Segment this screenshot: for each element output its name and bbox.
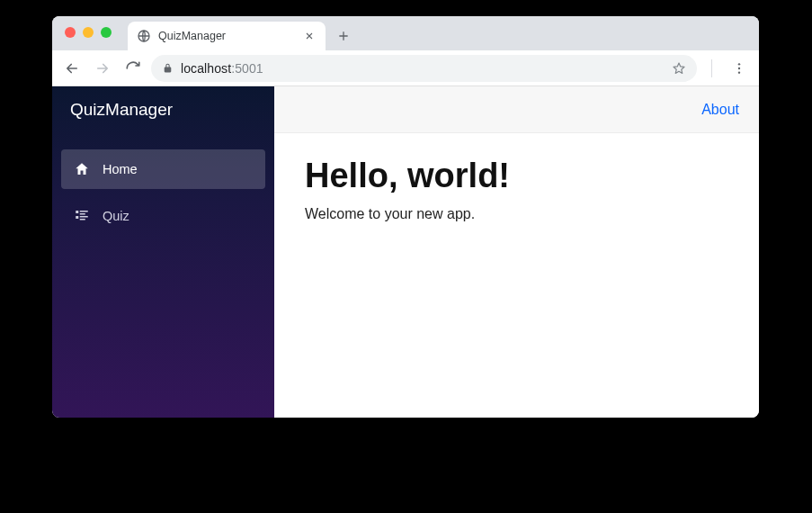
nav-back-button[interactable] xyxy=(59,56,85,81)
tab-title: QuizManager xyxy=(158,30,295,42)
about-link[interactable]: About xyxy=(701,102,739,118)
url-host: localhost xyxy=(181,61,231,76)
tabs-area: QuizManager xyxy=(128,16,356,50)
page-heading: Hello, world! xyxy=(305,157,728,195)
window-zoom-button[interactable] xyxy=(101,27,112,38)
url-port: :5001 xyxy=(231,61,263,76)
window-controls xyxy=(65,27,112,38)
content: Hello, world! Welcome to your new app. xyxy=(274,133,759,418)
titlebar: QuizManager xyxy=(52,16,759,50)
tab-close-button[interactable] xyxy=(302,29,317,43)
sidebar-item-quiz[interactable]: Quiz xyxy=(61,196,265,236)
address-bar[interactable]: localhost:5001 xyxy=(151,55,697,82)
svg-rect-9 xyxy=(80,219,85,220)
nav-reload-button[interactable] xyxy=(120,56,146,81)
sidebar-nav: Home Quiz xyxy=(52,133,274,236)
window-minimize-button[interactable] xyxy=(83,27,94,38)
home-icon xyxy=(74,161,90,177)
url-text: localhost:5001 xyxy=(181,61,665,76)
window-close-button[interactable] xyxy=(65,27,76,38)
lock-icon xyxy=(162,62,174,74)
browser-toolbar: localhost:5001 xyxy=(52,50,759,86)
svg-rect-7 xyxy=(76,216,78,219)
svg-point-3 xyxy=(738,71,740,73)
svg-rect-6 xyxy=(80,213,85,215)
svg-point-1 xyxy=(738,63,740,65)
svg-rect-4 xyxy=(76,211,78,213)
sidebar-item-label: Quiz xyxy=(103,209,129,223)
main-area: About Hello, world! Welcome to your new … xyxy=(274,86,759,418)
page-subtext: Welcome to your new app. xyxy=(305,206,728,222)
globe-icon xyxy=(137,29,151,43)
browser-menu-button[interactable] xyxy=(727,56,752,81)
app-viewport: QuizManager Home Quiz About xyxy=(52,86,759,418)
new-tab-button[interactable] xyxy=(331,23,356,49)
svg-rect-5 xyxy=(80,211,88,212)
browser-tab-active[interactable]: QuizManager xyxy=(128,22,326,50)
svg-point-2 xyxy=(738,67,740,68)
toolbar-divider xyxy=(711,59,712,77)
sidebar-brand[interactable]: QuizManager xyxy=(52,86,274,133)
topbar: About xyxy=(274,86,759,133)
list-icon xyxy=(74,208,90,224)
bookmark-star-icon[interactable] xyxy=(672,61,686,76)
sidebar: QuizManager Home Quiz xyxy=(52,86,274,418)
sidebar-item-label: Home xyxy=(103,162,138,176)
svg-rect-8 xyxy=(80,216,88,218)
browser-window: QuizManager localhost:5001 xyxy=(52,16,759,418)
nav-forward-button[interactable] xyxy=(90,56,115,81)
sidebar-item-home[interactable]: Home xyxy=(61,149,265,189)
